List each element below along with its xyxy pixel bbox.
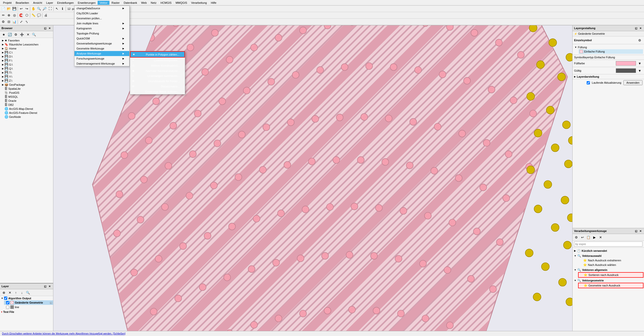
menu-join-lines[interactable]: Join multiple lines ▶ [74,21,129,26]
tb-save[interactable]: 💾 [12,6,17,12]
browser-add[interactable]: ➕ [19,32,25,37]
vw-tb1[interactable]: ⚙ [574,234,579,240]
tree-item-geonode[interactable]: 🌐 GeoNode [1,115,53,119]
tree-item-lesezeichen[interactable]: ▶ 🔖 Räumliche Lesezeichen [1,42,53,46]
menu-hcmgis[interactable]: HCMGIS [158,1,174,5]
tree-item-y[interactable]: ▶ 💾 Y:\ [1,75,53,79]
menu-verarbeitung[interactable]: Verarbeitung [189,1,209,5]
vw-group-vektorgeom-header[interactable]: ▼ 🔍 Vektorgeometrie [573,278,643,283]
menu-forschung[interactable]: Forschungswerkzeuge ▶ [74,56,129,61]
tree-item-t[interactable]: ▶ 💾 T:\ [1,71,53,75]
vw-tb2[interactable]: ↩ [580,234,585,240]
tree-item-q[interactable]: ▶ 💾 Q:\ [1,67,53,71]
tree-item-f[interactable]: ▶ 💾 F:\ [1,59,53,63]
layers-btn-close[interactable]: ✕ [48,284,52,288]
apply-btn[interactable]: Anwenden [623,80,642,85]
menu-cityjson[interactable]: CityJSON Loader [74,11,129,16]
layergestaltung-btn-float[interactable]: ◱ [634,26,638,30]
simple-fill-item[interactable]: Einfache Füllung [579,49,643,54]
menu-analyse-werkzeuge[interactable]: Analyse-Werkzeuge ▶ ★ Punkte in Polygon … [74,51,129,56]
submenu-nachbar[interactable]: ◉ Nächster Nachbaranalyse... [130,68,185,73]
tb-zoom-out[interactable]: 🔎 [42,6,47,12]
menu-projekt[interactable]: Projekt [1,1,14,5]
vw-group-vektorauswahl-header[interactable]: ▼ 🔍 Vektorauswahl [573,254,643,258]
submenu-punkte-polygon[interactable]: ★ Punkte in Polygon zählen... [130,51,185,58]
tree-item-geopackage[interactable]: ▶ 📦 GeoPackage [1,83,53,87]
tree-item-mssql[interactable]: 🗄 MSSQL [1,95,53,99]
tb-add-feature[interactable]: ⊕ [6,13,12,18]
submenu-distanzmatrix[interactable]: ⊞ Distanzmatrix... [130,84,185,89]
tb-pan[interactable]: ✋ [31,6,36,12]
menu-web[interactable]: Web [139,1,149,5]
submenu-grundstatistik[interactable]: ≣ Grundstatistik für Felder... [130,78,185,84]
layer-remove[interactable]: ✕ [7,290,13,295]
tree-item-d[interactable]: ▶ 💾 D:\ [1,55,53,59]
browser-favorites[interactable]: ★ [1,32,7,37]
tb-zoom-layer[interactable]: ⤢ [18,19,24,25]
tree-item-oracle[interactable]: 🗄 Oracle [1,99,53,103]
layer-item-line[interactable]: line [4,305,53,309]
tb-measure[interactable]: 📏 [31,13,36,18]
vw-group-kurzlich-header[interactable]: ▶ 🕐 Kürzlich verwendet [573,249,643,253]
tb-open[interactable]: 📂 [6,6,12,12]
tree-item-favoriten[interactable]: ▶ ★ Favoriten [1,38,53,42]
vw-search-input[interactable] [574,242,642,247]
tb-filter[interactable]: ⊟ [6,19,12,25]
tree-item-spatialite[interactable]: 🗄 SpatiaLite [1,87,53,91]
layer-group-testfile-header[interactable]: ● Test File [0,310,53,314]
layer-group-algorithm-header[interactable]: ▼ Algorithm Output [0,296,53,300]
tree-item-postgis[interactable]: 🐘 PostGIS [1,91,53,95]
menu-hilfe[interactable]: Hilfe [209,1,218,5]
menu-change-datasource[interactable]: changeDataSource ▶ [74,6,129,11]
symbol-settings-btn[interactable]: ⚙ [637,37,642,43]
vw-btn-close[interactable]: ✕ [638,229,642,233]
vw-tb3[interactable]: 📋 [586,234,591,240]
tb-edit[interactable]: ✏ [1,13,6,18]
browser-refresh[interactable]: 🔄 [7,32,13,37]
menu-geometrien[interactable]: Geometrien prüfen... [74,16,129,21]
tb-zoom-selection[interactable]: ⤣ [24,19,29,25]
tb-new[interactable]: 📄 [1,6,6,12]
submenu-linienschnittpunkte[interactable]: ✕ Linienschnittpunkte... [130,58,185,63]
outline-preview[interactable] [616,68,636,73]
menu-netz[interactable]: Netz [149,1,158,5]
tree-item-c[interactable]: ▶ 💾 C:\ [1,51,53,55]
menu-vektor[interactable]: Vektor [98,1,109,5]
tb-undo[interactable]: ↩ [18,6,24,12]
menu-raster[interactable]: Raster [109,1,122,5]
menu-quickosm[interactable]: QuickOSM ▶ [74,36,129,41]
menu-layer[interactable]: Layer [44,1,55,5]
outline-btn[interactable]: ▼ [637,68,642,73]
tree-item-arcgis-feature[interactable]: 🌐 ArcGIS-Feature-Dienst [1,111,53,115]
vw-item-nach-ausdruck-extrahieren[interactable]: ⭐ Nach Ausdruck extrahieren [578,258,643,263]
browser-remove[interactable]: ✕ [25,32,31,37]
menu-erweiterungen[interactable]: Erweiterungen [76,1,98,5]
tree-item-g[interactable]: ▶ 💾 G:\ [1,63,53,67]
browser-btn-close[interactable]: ✕ [48,26,52,30]
vw-tb5[interactable]: ✕ [598,234,603,240]
tb-zoom-full[interactable]: ⛶ [47,6,53,12]
menu-geometrie-werkzeuge[interactable]: Geometrie-Werkzeuge ▶ [74,46,129,51]
vw-item-sortieren[interactable]: ⭐ Sortieren nach Ausdruck [578,272,643,278]
menu-bearbeiten[interactable]: Bearbeiten [14,1,31,5]
tree-item-home[interactable]: ▶ 🏠 Home [1,46,53,51]
tb-snap[interactable]: 🧲 [18,13,24,18]
menu-geoverarbeitung[interactable]: Geoverarbeitungswerkzeuge ▶ [74,41,129,46]
tb-node[interactable]: ◎ [12,13,17,18]
tb-zoom-in[interactable]: 🔍 [36,6,42,12]
tb-annotation[interactable]: 💬 [36,13,42,18]
menu-topologie[interactable]: Topologie-Prüfung [74,31,129,36]
submenu-mittlere-koordinate[interactable]: ◎ Mittlere Koordinate(n)... [130,63,185,68]
tree-item-arcgis-map[interactable]: 🌐 ArcGIS-Map-Dienst [1,107,53,111]
vw-tb4[interactable]: ▶ [592,234,597,240]
menu-mmqgis[interactable]: MMQGIS [174,1,189,5]
layers-btn-float[interactable]: ◱ [43,284,47,288]
menu-kartogramm[interactable]: Kartogramm ▶ [74,26,129,31]
geanderte-check[interactable] [6,301,9,304]
fill-item[interactable]: ▼ Füllung [574,45,643,49]
tb-identify[interactable]: ℹ [60,6,65,12]
menu-ansicht[interactable]: Ansicht [31,1,44,5]
browser-btn-float[interactable]: ◱ [43,26,47,30]
menu-einstellungen[interactable]: Einstellungen [55,1,76,5]
menu-datenmanagement[interactable]: Datenmanagement-Werkzeuge ▶ [74,61,129,66]
